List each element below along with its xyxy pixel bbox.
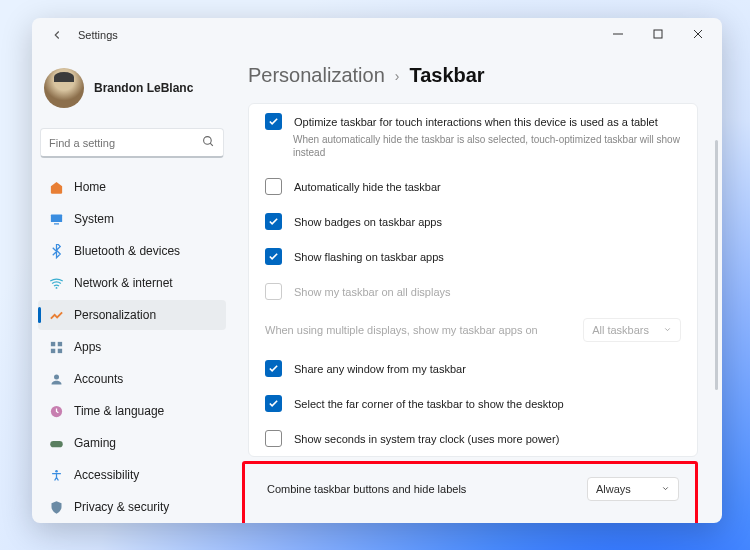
time-icon [48, 403, 64, 419]
close-button[interactable] [678, 20, 718, 48]
sidebar-item-label: Accessibility [74, 468, 139, 482]
setting-share-window[interactable]: Share any window from my taskbar [249, 351, 697, 386]
sidebar-item-label: Network & internet [74, 276, 173, 290]
setting-label: Show badges on taskbar apps [294, 216, 442, 228]
checkbox-icon [265, 283, 282, 300]
svg-point-14 [55, 469, 58, 472]
checkbox-icon[interactable] [265, 360, 282, 377]
minimize-button[interactable] [598, 20, 638, 48]
svg-rect-8 [57, 341, 61, 345]
checkbox-icon[interactable] [265, 248, 282, 265]
svg-rect-4 [50, 214, 61, 222]
sidebar-item-system[interactable]: System [38, 204, 226, 234]
setting-subtext: When automatically hide the taskbar is a… [249, 133, 697, 169]
svg-point-6 [55, 286, 57, 288]
svg-rect-9 [50, 348, 54, 352]
setting-combine-primary: Combine taskbar buttons and hide labels … [245, 466, 695, 512]
sidebar-item-accessibility[interactable]: Accessibility [38, 460, 226, 490]
checkbox-icon[interactable] [265, 395, 282, 412]
sidebar-item-home[interactable]: Home [38, 172, 226, 202]
setting-show-seconds[interactable]: Show seconds in system tray clock (uses … [249, 421, 697, 456]
setting-label: Show seconds in system tray clock (uses … [294, 433, 559, 445]
sidebar-item-label: Time & language [74, 404, 164, 418]
setting-badges[interactable]: Show badges on taskbar apps [249, 204, 697, 239]
search-icon [202, 134, 215, 152]
sidebar-item-accounts[interactable]: Accounts [38, 364, 226, 394]
settings-window: Settings Brandon LeBlanc HomeSystemBluet… [32, 18, 722, 523]
bluetooth-icon [48, 243, 64, 259]
sidebar-item-network[interactable]: Network & internet [38, 268, 226, 298]
avatar [44, 68, 84, 108]
dropdown-combine-primary[interactable]: Always [587, 477, 679, 501]
sidebar-item-label: Home [74, 180, 106, 194]
back-button[interactable] [48, 26, 66, 44]
sidebar-item-gaming[interactable]: Gaming [38, 428, 226, 458]
sidebar-item-label: System [74, 212, 114, 226]
breadcrumb: Personalization › Taskbar [248, 64, 722, 87]
setting-label: Share any window from my taskbar [294, 363, 466, 375]
privacy-icon [48, 499, 64, 515]
scrollbar[interactable] [715, 140, 718, 390]
setting-label: Show my taskbar on all displays [294, 286, 451, 298]
setting-far-corner[interactable]: Select the far corner of the taskbar to … [249, 386, 697, 421]
setting-combine-other: Combine taskbar buttons and hide labels … [245, 512, 695, 523]
app-title: Settings [78, 29, 118, 41]
sidebar-item-label: Privacy & security [74, 500, 169, 514]
search-box[interactable] [40, 128, 224, 158]
setting-label: Automatically hide the taskbar [294, 181, 441, 193]
sidebar-item-label: Personalization [74, 308, 156, 322]
personalization-icon [48, 307, 64, 323]
setting-label: Optimize taskbar for touch interactions … [294, 116, 658, 128]
profile[interactable]: Brandon LeBlanc [38, 54, 226, 124]
gaming-icon [48, 435, 64, 451]
svg-rect-10 [57, 348, 61, 352]
svg-rect-5 [54, 223, 59, 224]
checkbox-icon[interactable] [265, 430, 282, 447]
setting-multi-display: When using multiple displays, show my ta… [249, 309, 697, 351]
content-area: Personalization › Taskbar Optimize taskb… [232, 50, 722, 523]
setting-all-displays: Show my taskbar on all displays [249, 274, 697, 309]
setting-flashing[interactable]: Show flashing on taskbar apps [249, 239, 697, 274]
sidebar-item-personalization[interactable]: Personalization [38, 300, 226, 330]
setting-label: Show flashing on taskbar apps [294, 251, 444, 263]
svg-rect-7 [50, 341, 54, 345]
sidebar-item-bluetooth[interactable]: Bluetooth & devices [38, 236, 226, 266]
sidebar-item-apps[interactable]: Apps [38, 332, 226, 362]
svg-point-2 [204, 136, 212, 144]
profile-name: Brandon LeBlanc [94, 81, 193, 95]
svg-rect-13 [50, 441, 63, 447]
maximize-button[interactable] [638, 20, 678, 48]
sidebar-item-privacy[interactable]: Privacy & security [38, 492, 226, 522]
setting-label: When using multiple displays, show my ta… [265, 324, 538, 336]
search-input[interactable] [49, 137, 202, 149]
svg-rect-1 [654, 30, 662, 38]
checkbox-icon[interactable] [265, 178, 282, 195]
network-icon [48, 275, 64, 291]
sidebar-item-time[interactable]: Time & language [38, 396, 226, 426]
sidebar-item-label: Bluetooth & devices [74, 244, 180, 258]
accounts-icon [48, 371, 64, 387]
accessibility-icon [48, 467, 64, 483]
svg-line-3 [210, 143, 213, 146]
settings-panel: Optimize taskbar for touch interactions … [248, 103, 698, 457]
checkbox-icon[interactable] [265, 213, 282, 230]
apps-icon [48, 339, 64, 355]
highlighted-settings: Combine taskbar buttons and hide labels … [242, 461, 698, 523]
system-icon [48, 211, 64, 227]
breadcrumb-parent[interactable]: Personalization [248, 64, 385, 87]
setting-auto-hide[interactable]: Automatically hide the taskbar [249, 169, 697, 204]
chevron-right-icon: › [395, 68, 400, 84]
sidebar-item-label: Accounts [74, 372, 123, 386]
home-icon [48, 179, 64, 195]
checkbox-icon[interactable] [265, 113, 282, 130]
setting-label: Select the far corner of the taskbar to … [294, 398, 564, 410]
sidebar: Brandon LeBlanc HomeSystemBluetooth & de… [32, 50, 232, 523]
dropdown-multi-display: All taskbars [583, 318, 681, 342]
chevron-down-icon [663, 324, 672, 336]
chevron-down-icon [661, 483, 670, 495]
setting-label: Combine taskbar buttons and hide labels [267, 483, 466, 495]
sidebar-item-label: Gaming [74, 436, 116, 450]
breadcrumb-current: Taskbar [409, 64, 484, 87]
sidebar-item-label: Apps [74, 340, 101, 354]
svg-point-11 [54, 374, 59, 379]
